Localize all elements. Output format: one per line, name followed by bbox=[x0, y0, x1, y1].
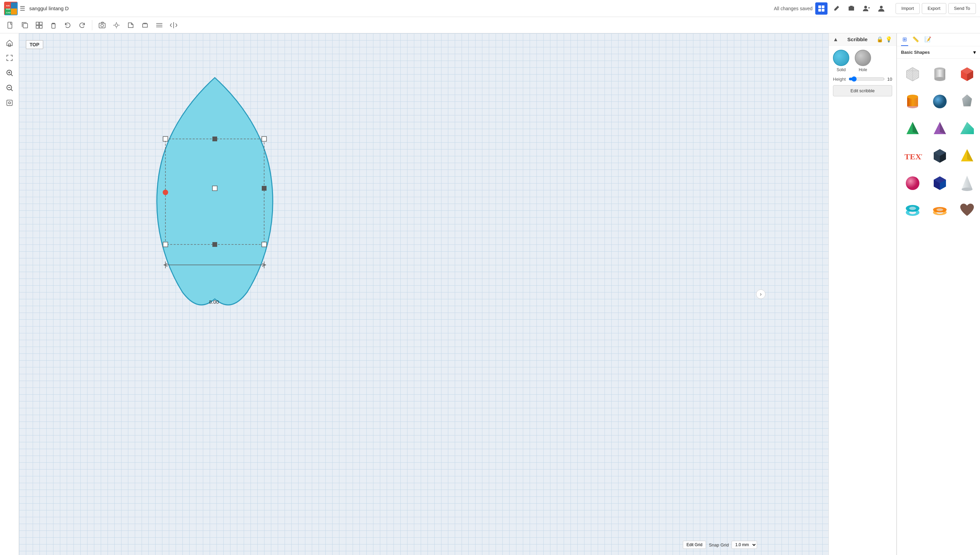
redo-button[interactable] bbox=[75, 19, 88, 32]
snap-grid-select[interactable]: 1.0 mm 0.5 mm 2.0 mm bbox=[732, 541, 757, 549]
canvas-area[interactable]: TOP bbox=[19, 34, 828, 555]
shape-brown-heart[interactable] bbox=[955, 198, 979, 223]
zoom-out-button[interactable] bbox=[3, 81, 16, 95]
prop-collapse-button[interactable]: ▲ bbox=[833, 37, 838, 43]
import-button[interactable]: Import bbox=[895, 3, 920, 14]
svg-point-72 bbox=[907, 95, 918, 99]
shape-yellow-pyramid[interactable] bbox=[955, 144, 979, 168]
svg-rect-53 bbox=[262, 186, 267, 191]
align-button[interactable] bbox=[153, 19, 166, 32]
shapes-category-select[interactable]: Basic Shapes ▾ bbox=[897, 46, 980, 59]
svg-point-55 bbox=[163, 190, 168, 195]
svg-rect-20 bbox=[40, 22, 42, 25]
copy-button[interactable] bbox=[18, 19, 31, 32]
shape-teal[interactable] bbox=[955, 116, 979, 141]
svg-point-93 bbox=[909, 207, 916, 210]
lock-button[interactable]: 🔒 bbox=[876, 36, 883, 43]
height-slider[interactable] bbox=[849, 76, 885, 82]
svg-point-25 bbox=[101, 24, 104, 27]
main-area: TOP bbox=[0, 34, 980, 555]
svg-rect-50 bbox=[262, 242, 267, 247]
shape-gray-cylinder[interactable] bbox=[927, 62, 952, 87]
svg-rect-1 bbox=[11, 2, 17, 8]
mirror-button[interactable] bbox=[167, 19, 180, 32]
solid-option[interactable]: Solid bbox=[833, 50, 849, 72]
svg-rect-21 bbox=[36, 26, 39, 28]
shapes-tab-notes[interactable]: 📝 bbox=[923, 34, 933, 46]
shape-red-cube[interactable] bbox=[955, 62, 979, 87]
notes-button[interactable] bbox=[124, 19, 137, 32]
svg-rect-7 bbox=[818, 5, 821, 8]
fit-view-button[interactable] bbox=[3, 51, 16, 65]
tools-button[interactable] bbox=[830, 2, 842, 14]
svg-line-38 bbox=[11, 74, 13, 76]
shape-teal-torus[interactable] bbox=[900, 198, 925, 223]
home-view-button[interactable] bbox=[3, 36, 16, 50]
svg-text:KER: KER bbox=[6, 8, 11, 10]
shape-purple-pyramid[interactable] bbox=[927, 116, 952, 141]
stack-button[interactable] bbox=[139, 19, 152, 32]
light-prop-button[interactable]: 💡 bbox=[886, 36, 892, 43]
shape-white-cone[interactable] bbox=[955, 171, 979, 196]
shape-striped-box[interactable] bbox=[900, 62, 925, 87]
screenshot-button[interactable] bbox=[96, 19, 109, 32]
scribble-shape[interactable] bbox=[138, 67, 291, 306]
svg-rect-48 bbox=[262, 136, 267, 141]
shapes-panel-header: ⊞ 📏 📝 bbox=[897, 34, 980, 46]
light-button[interactable] bbox=[110, 19, 123, 32]
send-to-button[interactable]: Send To bbox=[948, 3, 976, 14]
undo-button[interactable] bbox=[61, 19, 74, 32]
shape-magenta-sphere[interactable] bbox=[900, 171, 925, 196]
svg-point-45 bbox=[8, 102, 11, 104]
shape-navy-cube[interactable] bbox=[927, 171, 952, 196]
new-doc-button[interactable] bbox=[4, 19, 17, 32]
svg-rect-51 bbox=[212, 136, 217, 141]
shape-orange-torus[interactable] bbox=[927, 198, 952, 223]
shapes-tab-grid[interactable]: ⊞ bbox=[901, 34, 908, 46]
svg-marker-88 bbox=[962, 176, 972, 189]
view-label: TOP bbox=[26, 40, 43, 49]
shape-blue-sphere[interactable] bbox=[927, 89, 952, 114]
shape-text-3d[interactable]: TEXT bbox=[900, 144, 925, 168]
delete-button[interactable] bbox=[47, 19, 60, 32]
group-button[interactable] bbox=[33, 19, 46, 32]
svg-rect-10 bbox=[822, 9, 825, 11]
svg-rect-19 bbox=[36, 22, 39, 25]
svg-rect-18 bbox=[23, 24, 27, 28]
grid-view-button[interactable] bbox=[815, 2, 828, 14]
hole-label: Hole bbox=[859, 67, 867, 72]
svg-text:TEXT: TEXT bbox=[905, 152, 922, 161]
svg-point-26 bbox=[115, 24, 118, 27]
chevron-down-icon: ▾ bbox=[973, 49, 976, 56]
hole-option[interactable]: Hole bbox=[855, 50, 871, 72]
edit-scribble-button[interactable]: Edit scribble bbox=[833, 85, 892, 96]
app-logo: KIN KER CAD ☰ sanggul lintang D bbox=[4, 2, 69, 15]
add-user-button[interactable] bbox=[860, 2, 873, 14]
transform-button[interactable] bbox=[3, 96, 16, 110]
avatar-button[interactable] bbox=[875, 2, 887, 14]
left-panel bbox=[0, 34, 19, 555]
svg-rect-52 bbox=[212, 242, 217, 247]
shapes-tabs: ⊞ 📏 📝 bbox=[901, 34, 935, 46]
svg-rect-54 bbox=[212, 186, 217, 191]
solid-label: Solid bbox=[837, 67, 846, 72]
export-button[interactable]: Export bbox=[922, 3, 946, 14]
shape-green-pyramid[interactable] bbox=[900, 116, 925, 141]
projects-button[interactable] bbox=[845, 2, 857, 14]
edit-grid-button[interactable]: Edit Grid bbox=[683, 541, 706, 549]
shapes-grid: TEXT bbox=[897, 59, 980, 226]
svg-rect-44 bbox=[7, 100, 12, 106]
prop-title: Scribble bbox=[847, 37, 867, 42]
shape-dark-box[interactable] bbox=[927, 144, 952, 168]
hamburger-icon[interactable]: ☰ bbox=[20, 5, 25, 12]
svg-point-84 bbox=[906, 176, 919, 190]
svg-rect-36 bbox=[8, 44, 11, 46]
shapes-tab-ruler[interactable]: 📏 bbox=[911, 34, 921, 46]
svg-text:CAD: CAD bbox=[6, 11, 11, 14]
shape-orange-cylinder[interactable] bbox=[900, 89, 925, 114]
panel-collapse-button[interactable]: › bbox=[756, 289, 765, 299]
zoom-in-button[interactable] bbox=[3, 66, 16, 80]
prop-header: ▲ Scribble 🔒 💡 bbox=[829, 34, 896, 46]
shape-silver[interactable] bbox=[955, 89, 979, 114]
logo-image: KIN KER CAD bbox=[4, 2, 18, 15]
